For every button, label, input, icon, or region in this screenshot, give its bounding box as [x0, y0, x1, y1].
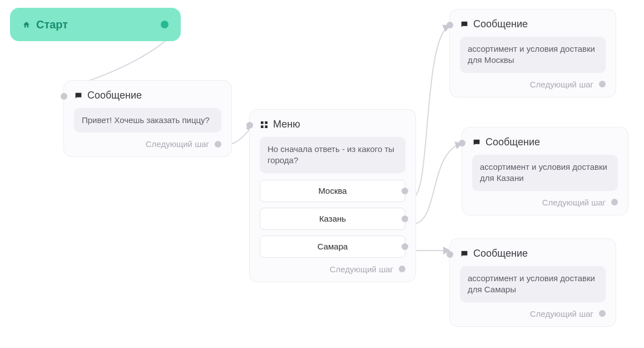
svg-rect-3	[265, 125, 267, 128]
menu-option-kazan[interactable]: Казань	[260, 208, 405, 230]
card-header: Сообщение	[460, 18, 606, 30]
message-text: Привет! Хочешь заказать пиццу?	[74, 108, 221, 133]
next-step-label: Следующий шаг	[330, 264, 393, 274]
svg-rect-1	[265, 121, 267, 124]
grid-icon	[260, 120, 269, 129]
card-header: Сообщение	[74, 90, 221, 101]
menu-node[interactable]: Меню Но сначала ответь - из какого ты го…	[249, 109, 416, 282]
next-step-label: Следующий шаг	[530, 309, 593, 318]
option-out-port[interactable]	[402, 188, 408, 194]
message-node-kazan[interactable]: Сообщение ассортимент и условия доставки…	[462, 127, 628, 215]
menu-option-samara[interactable]: Самара	[260, 236, 405, 258]
next-step-row[interactable]: Следующий шаг	[460, 80, 606, 89]
card-title: Меню	[273, 119, 300, 130]
message-node-samara[interactable]: Сообщение ассортимент и условия доставки…	[449, 238, 616, 327]
in-port[interactable]	[459, 140, 465, 146]
option-label: Москва	[318, 186, 346, 195]
out-port[interactable]	[599, 81, 606, 87]
start-label: Старт	[36, 18, 68, 31]
message-node-greeting[interactable]: Сообщение Привет! Хочешь заказать пиццу?…	[63, 80, 232, 157]
card-header: Сообщение	[460, 248, 606, 259]
out-port[interactable]	[399, 266, 405, 272]
card-title: Сообщение	[473, 248, 528, 259]
chat-icon	[472, 138, 481, 147]
menu-options: Москва Казань Самара	[260, 180, 405, 258]
next-step-label: Следующий шаг	[542, 198, 606, 207]
home-icon	[22, 21, 31, 29]
next-step-label: Следующий шаг	[146, 139, 209, 149]
next-step-row[interactable]: Следующий шаг	[460, 309, 606, 318]
card-title: Сообщение	[87, 90, 142, 101]
svg-rect-2	[261, 125, 264, 128]
svg-rect-0	[261, 121, 264, 124]
start-out-port[interactable]	[161, 21, 169, 28]
next-step-row[interactable]: Следующий шаг	[472, 198, 618, 207]
chat-icon	[460, 20, 469, 29]
option-label: Казань	[319, 214, 346, 223]
next-step-row[interactable]: Следующий шаг	[74, 139, 221, 149]
option-label: Самара	[318, 242, 348, 251]
card-title: Сообщение	[486, 136, 540, 148]
message-text: ассортимент и условия доставки для Самар…	[460, 266, 606, 302]
in-port[interactable]	[447, 22, 453, 28]
out-port[interactable]	[215, 141, 221, 148]
chat-icon	[460, 249, 469, 258]
option-out-port[interactable]	[402, 243, 408, 250]
card-header: Меню	[260, 119, 405, 130]
menu-option-moscow[interactable]: Москва	[260, 180, 405, 202]
out-port[interactable]	[599, 310, 606, 317]
next-step-row[interactable]: Следующий шаг	[260, 264, 405, 274]
in-port[interactable]	[246, 122, 253, 129]
card-header: Сообщение	[472, 136, 618, 148]
chat-icon	[74, 91, 83, 100]
in-port[interactable]	[447, 251, 453, 258]
in-port[interactable]	[61, 93, 67, 100]
message-text: ассортимент и условия доставки для Казан…	[472, 155, 618, 191]
out-port[interactable]	[611, 199, 618, 205]
menu-prompt: Но сначала ответь - из какого ты города?	[260, 137, 405, 173]
next-step-label: Следующий шаг	[530, 80, 593, 89]
option-out-port[interactable]	[402, 215, 408, 222]
start-node[interactable]: Старт	[10, 8, 181, 41]
card-title: Сообщение	[473, 18, 528, 30]
message-node-moscow[interactable]: Сообщение ассортимент и условия доставки…	[449, 9, 616, 97]
message-text: ассортимент и условия доставки для Москв…	[460, 37, 606, 73]
